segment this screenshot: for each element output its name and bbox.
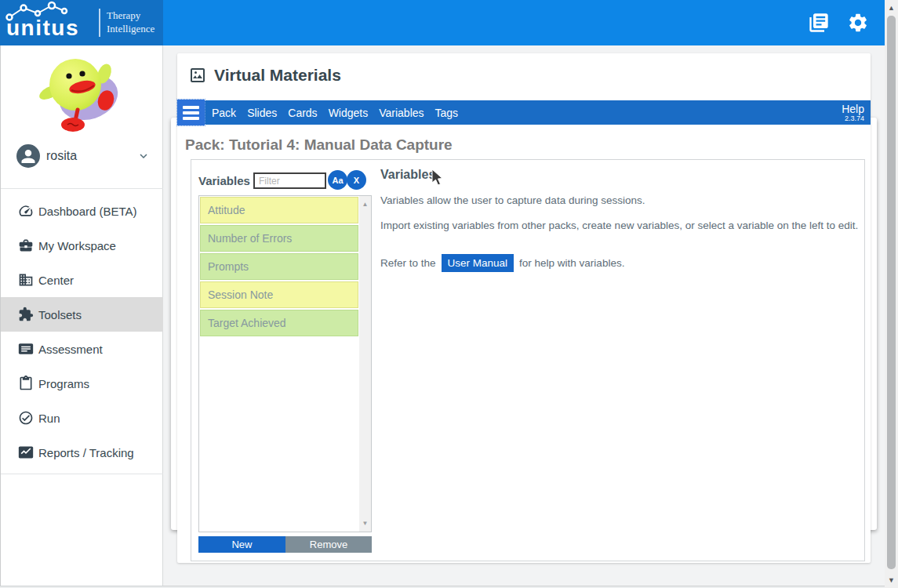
page-scrollbar[interactable]: ▲ ▼ (885, 0, 898, 588)
list-card-icon (18, 341, 34, 357)
top-header-bar: unitus Therapy Intelligence (0, 0, 885, 45)
puzzle-piece-icon (18, 307, 34, 322)
check-circle-icon (18, 410, 34, 426)
sidebar-divider (1, 188, 163, 189)
materials-navbar: Pack Slides Cards Widgets Variables Tags… (177, 100, 871, 125)
sidebar-divider (1, 474, 163, 474)
variables-panel: Variables Aa X Attitude Number of Errors… (191, 159, 865, 561)
svg-text:unitus: unitus (6, 16, 79, 40)
picture-icon (188, 66, 207, 85)
sidebar-item-center[interactable]: Center (1, 263, 163, 297)
sidebar-item-my-workspace[interactable]: My Workspace (1, 228, 163, 263)
clear-filter-button[interactable]: X (347, 170, 366, 190)
mouse-cursor (431, 169, 445, 187)
hamburger-menu-icon[interactable] (177, 100, 205, 125)
list-scrollbar[interactable]: ▲ ▼ (359, 196, 371, 532)
page-scroll-thumb[interactable] (887, 16, 896, 569)
remove-button[interactable]: Remove (285, 536, 372, 553)
tab-variables[interactable]: Variables (379, 107, 424, 119)
clipboard-icon (18, 376, 34, 391)
logo-tagline: Therapy Intelligence (107, 9, 155, 35)
sidebar-nav: Dashboard (BETA) My Workspace Center Too… (1, 194, 163, 470)
filter-input[interactable] (253, 172, 326, 189)
main-content-area: Virtual Materials Pack Slides Cards Widg… (163, 45, 885, 588)
page-title: Virtual Materials (214, 66, 341, 85)
sidebar-item-dashboard[interactable]: Dashboard (BETA) (1, 194, 163, 228)
gear-icon[interactable] (847, 12, 869, 34)
tab-widgets[interactable]: Widgets (329, 107, 369, 119)
sidebar: rosita Dashboard (BETA) My Workspace Cen… (0, 45, 163, 586)
page-scroll-up-icon[interactable]: ▲ (885, 4, 898, 12)
briefcase-icon (18, 238, 34, 253)
content-paragraph-2: Import existing variables from other pac… (380, 218, 859, 233)
chart-icon (18, 445, 34, 460)
speedometer-icon (18, 203, 34, 219)
sidebar-item-toolsets[interactable]: Toolsets (1, 297, 163, 332)
variable-item-prompts[interactable]: Prompts (200, 253, 358, 280)
scroll-up-arrow-icon[interactable]: ▲ (359, 201, 371, 208)
sidebar-item-reports-tracking[interactable]: Reports / Tracking (1, 435, 163, 470)
new-button[interactable]: New (198, 536, 285, 553)
variable-item-session-note[interactable]: Session Note (200, 281, 358, 308)
user-manual-button[interactable]: User Manual (442, 254, 514, 272)
variable-item-attitude[interactable]: Attitude (200, 197, 358, 223)
page-scroll-down-icon[interactable]: ▼ (885, 576, 898, 584)
scroll-down-arrow-icon[interactable]: ▼ (359, 520, 371, 527)
building-icon (18, 272, 34, 288)
user-menu[interactable]: rosita (1, 133, 163, 177)
chevron-down-icon[interactable] (136, 149, 151, 163)
variables-list: Attitude Number of Errors Prompts Sessio… (198, 195, 372, 532)
version-label: 2.3.74 (842, 115, 864, 122)
tab-pack[interactable]: Pack (212, 107, 236, 119)
content-paragraph-3: Refer to the User Manual for help with v… (380, 254, 624, 272)
tab-slides[interactable]: Slides (247, 107, 277, 119)
variables-list-title: Variables (198, 174, 250, 187)
help-button[interactable]: Help 2.3.74 (842, 103, 871, 122)
sidebar-item-run[interactable]: Run (1, 401, 163, 435)
virtual-materials-card: Virtual Materials Pack Slides Cards Widg… (177, 53, 871, 563)
tab-cards[interactable]: Cards (288, 107, 317, 119)
variable-item-target-achieved[interactable]: Target Achieved (200, 310, 358, 336)
tab-tags[interactable]: Tags (435, 107, 459, 119)
app-window: { "header": { "logo_text": "unitus", "ta… (0, 0, 898, 588)
logo-divider (99, 9, 100, 37)
unitus-logo: unitus Therapy Intelligence (0, 0, 163, 45)
page-title-row: Virtual Materials (188, 66, 341, 85)
variable-item-number-of-errors[interactable]: Number of Errors (200, 225, 358, 252)
user-avatar (16, 144, 40, 168)
pack-heading: Pack: Tutorial 4: Manual Data Capture (185, 136, 453, 154)
content-paragraph-1: Variables allow the user to capture data… (380, 194, 645, 206)
sidebar-item-programs[interactable]: Programs (1, 366, 163, 401)
match-case-button[interactable]: Aa (328, 170, 347, 190)
mascot-bird-image (32, 52, 133, 133)
sidebar-item-assessment[interactable]: Assessment (1, 332, 163, 366)
content-heading: Variables (380, 168, 435, 182)
unitus-logo-graphic: unitus (0, 0, 97, 41)
library-windows-icon[interactable] (808, 12, 830, 34)
user-name: rosita (46, 149, 77, 163)
